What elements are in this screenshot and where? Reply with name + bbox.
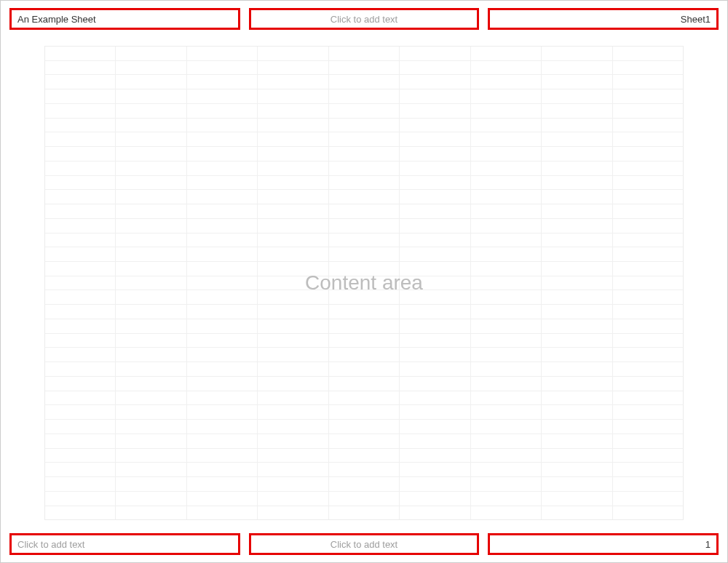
content-area-label: Content area — [305, 271, 423, 295]
header-right-region[interactable]: Sheet1 — [488, 8, 719, 30]
header-right-text: Sheet1 — [681, 14, 711, 25]
header-center-region[interactable]: Click to add text — [249, 8, 480, 30]
footer-left-region[interactable]: Click to add text — [9, 533, 240, 555]
footer-left-text: Click to add text — [17, 539, 85, 550]
content-wrap: Content area — [9, 30, 719, 533]
header-left-text: An Example Sheet — [17, 14, 96, 25]
header-left-region[interactable]: An Example Sheet — [9, 8, 240, 30]
footer-center-region[interactable]: Click to add text — [249, 533, 480, 555]
footer-right-region[interactable]: 1 — [488, 533, 719, 555]
footer-center-text: Click to add text — [331, 539, 398, 550]
header-row: An Example Sheet Click to add text Sheet… — [9, 8, 719, 30]
footer-row: Click to add text Click to add text 1 — [9, 533, 719, 555]
footer-right-text: 1 — [705, 539, 711, 550]
content-area[interactable]: Content area — [44, 46, 684, 520]
header-center-text: Click to add text — [331, 14, 398, 25]
print-preview-page: An Example Sheet Click to add text Sheet… — [1, 1, 727, 562]
